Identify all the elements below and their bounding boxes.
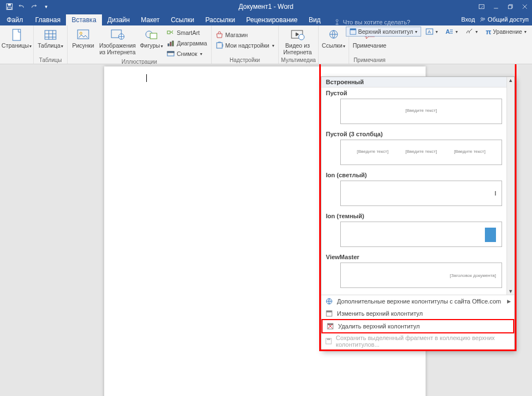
svg-rect-24 [217,43,222,48]
share-button[interactable]: Общий доступ [479,16,529,23]
svg-rect-20 [170,42,171,46]
app-window: ▾ Документ1 - Word Файл Главная Вставка … [0,0,532,396]
equation-button[interactable]: π Уравнение ▾ [482,27,530,37]
chevron-right-icon: ▶ [507,299,511,304]
gallery-section-builtin: Встроенный [321,77,507,88]
title-bar: ▾ Документ1 - Word [0,0,532,13]
cmd-edit-header[interactable]: Изменить верхний колонтитул [321,307,514,320]
svg-point-6 [336,19,338,22]
svg-rect-23 [167,52,174,53]
svg-text:A: A [446,28,450,35]
svg-rect-29 [350,29,356,30]
pictures-button[interactable]: Рисунки [70,27,96,55]
scroll-down-icon[interactable]: ▼ [508,288,514,295]
remove-header-icon [326,322,335,331]
cmd-save-selection: Сохранить выделенный фрагмент в коллекци… [321,333,514,349]
table-button[interactable]: Таблица▾ [36,27,65,55]
document-title: Документ1 - Word [0,3,532,11]
tab-design[interactable]: Дизайн [102,14,135,25]
header-dropdown-button[interactable]: Верхний колонтитул▾ [346,27,421,37]
preview-blank: [Введите текст] [340,99,502,124]
svg-rect-11 [45,30,56,39]
tab-review[interactable]: Рецензирование [241,14,303,25]
text-cursor [146,74,147,82]
qat-customize-icon[interactable]: ▾ [40,1,52,12]
redo-icon[interactable] [28,1,40,12]
group-addins: Магазин Мои надстройки ▾ Надстройки [212,25,279,64]
store-button[interactable]: Магазин [214,30,276,40]
svg-point-13 [80,32,82,34]
signature-button[interactable]: ▾ [462,27,481,37]
svg-rect-39 [327,338,330,340]
screenshot-button[interactable]: Снимок▾ [165,49,209,59]
tab-home[interactable]: Главная [30,14,66,25]
ribbon-options-icon[interactable] [474,0,489,13]
chart-button[interactable]: Диаграмма [165,38,209,48]
scroll-up-icon[interactable]: ▲ [508,77,514,84]
close-icon[interactable] [518,0,532,13]
textbox-button[interactable]: A ▾ [422,27,441,37]
gallery-item-blank[interactable]: Пустой [Введите текст] [321,88,507,128]
svg-rect-5 [508,6,511,9]
group-links: Ссылки▾ [319,25,349,64]
svg-rect-17 [150,33,157,39]
tell-me[interactable]: Что вы хотите сделать? [334,19,411,25]
preview-ion-light [340,181,502,206]
gallery-item-viewmaster[interactable]: ViewMaster [Заголовок документа] [321,251,507,292]
my-addins-button[interactable]: Мои надстройки ▾ [214,40,276,50]
dropcap-button[interactable]: A ▾ [442,27,461,37]
svg-point-9 [483,18,485,20]
ribbon: Страницы▾ Таблица▾ Таблицы Рисунки [0,25,532,64]
preview-ion-dark [340,222,502,247]
undo-icon[interactable] [16,1,28,12]
svg-text:A: A [428,29,431,34]
svg-rect-1 [8,4,11,6]
svg-rect-18 [167,31,170,34]
gallery-scrollbar[interactable]: ▲ ▼ [507,77,514,295]
svg-rect-35 [326,311,332,312]
links-button[interactable]: Ссылки▾ [321,27,346,55]
office-icon [325,297,334,306]
cmd-remove-header[interactable]: Удалить верхний колонтитул [321,319,514,333]
gallery-item-ion-light[interactable]: Ion (светлый) [321,169,507,210]
ribbon-right-controls: Верхний колонтитул▾ A ▾ A ▾ ▾ π Уравнени… [346,27,530,37]
online-video-button[interactable]: Видео изИнтернета [281,27,314,55]
svg-rect-19 [168,44,169,46]
edit-header-icon [325,309,334,318]
ribbon-tabs: Файл Главная Вставка Дизайн Макет Ссылки… [0,13,532,25]
minimize-icon[interactable] [489,0,503,13]
window-controls [474,0,532,13]
gallery-scroll[interactable]: Встроенный Пустой [Введите текст] Пустой… [321,77,507,295]
tab-mailings[interactable]: Рассылки [200,14,241,25]
svg-point-26 [299,34,304,40]
cmd-more-office[interactable]: Дополнительные верхние колонтитулы с сай… [321,295,514,307]
preview-viewmaster: [Заголовок документа] [340,263,502,288]
titlebar-right: Вход Общий доступ [461,13,529,25]
save-selection-icon [325,337,332,346]
tell-me-placeholder: Что вы хотите сделать? [343,19,411,25]
svg-point-7 [336,24,339,25]
gallery-item-ion-dark[interactable]: Ion (темный) [321,210,507,251]
group-illustrations: Рисунки Изображенияиз Интернета Фигуры▾ … [68,25,212,64]
pages-button[interactable]: Страницы▾ [2,27,31,55]
quick-access-toolbar: ▾ [0,1,52,12]
shapes-button[interactable]: Фигуры▾ [139,27,164,55]
restore-icon[interactable] [503,0,518,13]
tab-file[interactable]: Файл [0,14,30,25]
save-icon[interactable] [3,1,16,12]
tab-layout[interactable]: Макет [135,14,165,25]
svg-rect-21 [172,41,173,46]
group-tables: Таблица▾ Таблицы [34,25,68,64]
tab-insert[interactable]: Вставка [66,14,102,25]
share-label: Общий доступ [488,16,529,23]
header-gallery: Встроенный Пустой [Введите текст] Пустой… [321,76,515,350]
gallery-item-blank-3col[interactable]: Пустой (3 столбца) [Введите текст] [Введ… [321,128,507,169]
tab-view[interactable]: Вид [303,14,326,25]
smartart-button[interactable]: SmartArt [165,28,209,38]
svg-rect-3 [479,4,484,9]
online-pictures-button[interactable]: Изображенияиз Интернета [98,27,137,55]
signin-link[interactable]: Вход [461,16,475,23]
tab-references[interactable]: Ссылки [165,14,200,25]
svg-rect-2 [8,7,12,9]
svg-point-8 [481,18,483,19]
